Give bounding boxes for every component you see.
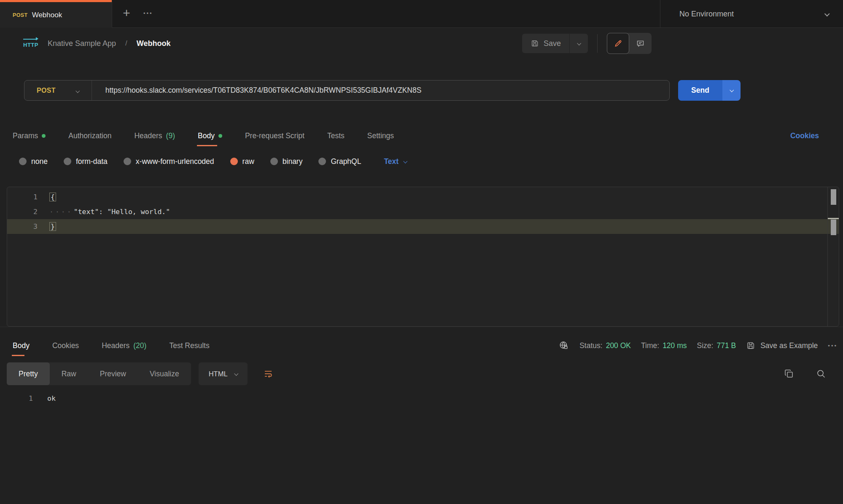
view-tab-visualize[interactable]: Visualize (138, 362, 191, 385)
mode-none-label: none (31, 157, 48, 166)
response-format-selector[interactable]: HTML (199, 362, 248, 385)
radio-selected-icon (230, 158, 238, 165)
method-selector[interactable]: POST (24, 87, 56, 94)
url-bar-divider (92, 80, 92, 100)
tab-tests[interactable]: Tests (327, 125, 345, 146)
new-tab-button[interactable]: + (119, 6, 134, 20)
scrollbar-mark (831, 189, 836, 205)
tab-authorization-label: Authorization (68, 131, 111, 140)
response-tab-body-label: Body (13, 341, 30, 350)
save-as-example-button[interactable]: Save as Example (746, 341, 818, 350)
status-indicator[interactable]: Status: 200 OK (579, 341, 631, 350)
tab-params[interactable]: Params (13, 125, 46, 146)
tab-headers-label: Headers (134, 131, 162, 140)
size-label: Size: (697, 341, 714, 350)
response-tab-cookies[interactable]: Cookies (52, 335, 79, 356)
edit-comment-group (607, 33, 652, 54)
line-number: 3 (7, 223, 38, 231)
network-info-icon[interactable] (558, 340, 569, 351)
time-label: Time: (641, 341, 659, 350)
tab-authorization[interactable]: Authorization (68, 125, 111, 146)
response-body[interactable]: 1 ok (0, 391, 56, 405)
mode-binary[interactable]: binary (270, 157, 303, 166)
wrap-lines-button[interactable] (257, 362, 280, 385)
mode-raw[interactable]: raw (230, 157, 254, 166)
response-tab-body[interactable]: Body (13, 335, 30, 356)
save-options-button[interactable] (569, 34, 588, 53)
chevron-down-icon (824, 11, 830, 16)
mode-none[interactable]: none (19, 157, 48, 166)
breadcrumb-workspace[interactable]: Knative Sample App (48, 39, 116, 48)
status-label: Status: (579, 341, 602, 350)
mode-graphql[interactable]: GraphQL (318, 157, 361, 166)
mode-x-www-form-urlencoded[interactable]: x-www-form-urlencoded (124, 157, 214, 166)
time-indicator[interactable]: Time: 120 ms (641, 341, 687, 350)
url-bar: POST https://hooks.slack.com/services/T0… (24, 80, 670, 101)
url-input[interactable]: https://hooks.slack.com/services/T06TD83… (105, 86, 422, 95)
response-view-row: Pretty Raw Preview Visualize HTML (7, 362, 836, 385)
breadcrumb-request-name[interactable]: Webhook (137, 39, 171, 48)
request-tabs: Params Authorization Headers (9) Body Pr… (13, 125, 830, 146)
save-button[interactable]: Save (522, 34, 569, 53)
indent-whitespace: ···· (49, 208, 73, 216)
editor-line-2[interactable]: 2 ····"text": "Hello, world." (7, 204, 839, 219)
send-button[interactable]: Send (678, 80, 722, 101)
editor-line-1[interactable]: 1 { (7, 190, 839, 204)
tab-options-icon[interactable]: ••• (143, 7, 160, 19)
tab-settings[interactable]: Settings (367, 125, 394, 146)
cookies-link[interactable]: Cookies (790, 131, 819, 140)
body-dot-indicator (218, 134, 222, 138)
active-tab-accent (0, 0, 112, 2)
send-split-button: Send (678, 80, 741, 101)
environment-selector[interactable]: No Environment (660, 0, 843, 28)
size-indicator[interactable]: Size: 771 B (697, 341, 736, 350)
open-brace: { (49, 193, 56, 201)
tab-body[interactable]: Body (198, 125, 222, 146)
raw-format-selector[interactable]: Text (384, 157, 407, 166)
response-format-label: HTML (209, 370, 228, 378)
radio-icon (124, 158, 131, 165)
response-headers-count: (20) (133, 341, 146, 350)
radio-icon (19, 158, 27, 165)
editor-line-3-current[interactable]: 3 } (7, 219, 839, 234)
edit-request-button[interactable] (607, 33, 629, 54)
mode-form-data-label: form-data (76, 157, 108, 166)
size-value: 771 B (716, 341, 736, 350)
code-text: ····"text": "Hello, world." (38, 208, 170, 216)
mode-form-data[interactable]: form-data (64, 157, 108, 166)
response-tab-test-results[interactable]: Test Results (169, 335, 209, 356)
response-meta: Status: 200 OK Time: 120 ms Size: 771 B … (558, 332, 838, 359)
environment-label: No Environment (679, 10, 734, 19)
save-button-label: Save (544, 39, 561, 48)
chevron-down-icon[interactable] (76, 87, 79, 94)
response-options-icon[interactable]: ••• (828, 343, 838, 349)
breadcrumb-separator: / (125, 39, 127, 48)
request-tab-strip: POST Webhook + ••• No Environment (0, 0, 843, 28)
request-body-editor[interactable]: 1 { 2 ····"text": "Hello, world." 3 } (7, 187, 839, 327)
comment-button[interactable] (629, 33, 652, 54)
send-options-button[interactable] (722, 80, 741, 101)
floppy-disk-icon (531, 39, 539, 48)
mode-graphql-label: GraphQL (331, 157, 361, 166)
tab-title: Webhook (32, 11, 62, 19)
response-tab-headers[interactable]: Headers (20) (102, 335, 146, 356)
copy-response-button[interactable] (784, 369, 794, 379)
chevron-down-icon (403, 159, 407, 163)
view-tab-pretty[interactable]: Pretty (7, 362, 50, 385)
tab-pre-request-script[interactable]: Pre-request Script (245, 125, 304, 146)
response-divider (0, 327, 843, 327)
request-tab[interactable]: POST Webhook (0, 0, 112, 28)
view-tab-preview[interactable]: Preview (88, 362, 138, 385)
active-tab-underline (12, 355, 24, 356)
search-response-button[interactable] (816, 369, 826, 379)
chevron-down-icon (730, 88, 734, 92)
mode-binary-label: binary (283, 157, 303, 166)
close-brace: } (49, 222, 56, 231)
tab-params-label: Params (13, 131, 38, 140)
view-tab-raw[interactable]: Raw (50, 362, 88, 385)
scrollbar-mark (831, 220, 836, 235)
editor-scrollbar[interactable] (827, 187, 839, 326)
params-dot-indicator (42, 134, 46, 138)
save-split-button: Save (522, 34, 588, 53)
tab-headers[interactable]: Headers (9) (134, 125, 175, 146)
